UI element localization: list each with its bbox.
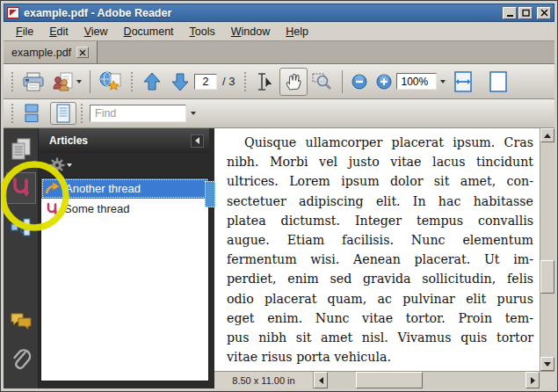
- chevron-down-icon: [67, 163, 72, 167]
- single-page-view-icon: [54, 104, 73, 123]
- select-tool-button[interactable]: [251, 68, 279, 96]
- toolbar-grip[interactable]: [80, 103, 84, 124]
- horizontal-scrollbar[interactable]: [313, 372, 540, 388]
- pages-icon: [11, 138, 32, 161]
- chevron-down-icon[interactable]: [440, 80, 446, 83]
- triangle-down-icon: [544, 362, 551, 367]
- comments-panel-button[interactable]: [6, 306, 36, 338]
- maximize-button[interactable]: [518, 7, 533, 19]
- tab-example-pdf[interactable]: example.pdf: [4, 41, 98, 63]
- hand-tool-button[interactable]: [279, 68, 308, 96]
- articles-icon: [10, 176, 33, 200]
- menu-edit[interactable]: Edit: [42, 24, 76, 40]
- fit-width-button[interactable]: [449, 68, 477, 96]
- layers-icon: [11, 217, 32, 236]
- window-title: example.pdf - Adobe Reader: [24, 7, 503, 19]
- page-size-label: 8.50 x 11.00 in: [214, 372, 313, 388]
- thread-arrow-icon: [46, 182, 60, 196]
- gear-icon: [49, 157, 65, 173]
- document-text-line: nibh. Morbi vel justo vitae lacus tincid…: [227, 152, 533, 171]
- collaborate-icon: [52, 71, 75, 92]
- select-tool-icon: [255, 71, 276, 92]
- single-page-button[interactable]: [484, 68, 512, 96]
- navigation-icon-bar: [4, 128, 39, 388]
- vertical-scroll-thumb[interactable]: [540, 260, 554, 294]
- thread-item-some-thread[interactable]: Some thread: [41, 199, 208, 219]
- main-toolbar: / 3: [4, 64, 554, 99]
- scroll-left-button[interactable]: [314, 372, 328, 388]
- vertical-scrollbar[interactable]: [540, 128, 554, 371]
- hand-tool-icon: [283, 71, 304, 92]
- minimize-icon: [506, 10, 514, 17]
- thread-list: Another thread Some thread: [40, 178, 209, 381]
- pdf-app-icon: [7, 7, 19, 18]
- zoom-out-button[interactable]: [347, 70, 372, 93]
- document-text-line: fermentum wisi. Aenean placerat. Ut im-: [227, 250, 533, 269]
- single-page-view-button[interactable]: [50, 102, 76, 125]
- panel-splitter-handle[interactable]: [205, 181, 215, 207]
- triangle-up-icon: [544, 134, 551, 138]
- articles-panel-button[interactable]: [6, 172, 36, 204]
- menu-view[interactable]: View: [77, 24, 115, 40]
- scrollbar-corner: [540, 372, 554, 388]
- toolbar-grip[interactable]: [130, 71, 134, 92]
- menu-tools[interactable]: Tools: [183, 24, 222, 40]
- find-options-button[interactable]: [186, 105, 199, 122]
- menu-window[interactable]: Window: [224, 24, 277, 40]
- scrolling-pages-button[interactable]: [18, 102, 45, 125]
- thread-item-another-thread[interactable]: Another thread: [41, 178, 208, 199]
- tab-close-button[interactable]: [76, 47, 89, 58]
- zoom-in-button[interactable]: [372, 70, 396, 93]
- articles-panel-header: Articles: [39, 128, 209, 153]
- close-icon: [540, 9, 548, 17]
- page-number-input[interactable]: [194, 74, 217, 90]
- collapse-panel-button[interactable]: [191, 134, 204, 148]
- layers-panel-button[interactable]: [6, 211, 36, 243]
- previous-page-button[interactable]: [138, 68, 166, 96]
- status-bar: 8.50 x 11.00 in: [214, 371, 554, 388]
- arrow-down-icon: [170, 71, 191, 92]
- menu-file[interactable]: File: [9, 24, 40, 40]
- document-text-line: sectetuer adipiscing elit. In hac habita…: [227, 192, 533, 211]
- document-text-line: augue. Etiam facilisis. Nunc elementum: [227, 230, 533, 250]
- scrolling-pages-icon: [22, 104, 41, 123]
- vertical-scroll-track[interactable]: [540, 142, 554, 357]
- web-capture-button[interactable]: [95, 68, 127, 96]
- toolbar-grip[interactable]: [11, 71, 15, 92]
- menubar: File Edit View Document Tools Window Hel…: [4, 22, 554, 41]
- comments-icon: [10, 312, 33, 331]
- titlebar[interactable]: example.pdf - Adobe Reader: [4, 4, 554, 22]
- print-button[interactable]: [18, 68, 48, 96]
- toolbar-grip[interactable]: [11, 103, 15, 124]
- horizontal-scroll-track[interactable]: [328, 372, 525, 388]
- scroll-right-button[interactable]: [525, 372, 540, 388]
- attachments-panel-button[interactable]: [6, 345, 36, 376]
- document-text-line: odio placerat quam, ac pulvinar elit pur…: [227, 289, 533, 309]
- tab-label: example.pdf: [11, 47, 71, 59]
- pdf-page[interactable]: Quisque ullamcorper placerat ipsum. Cras…: [214, 128, 540, 371]
- menu-help[interactable]: Help: [279, 24, 315, 40]
- panel-options-button[interactable]: [46, 156, 76, 175]
- fit-width-icon: [453, 70, 474, 93]
- close-button[interactable]: [537, 7, 551, 19]
- scroll-up-button[interactable]: [540, 128, 554, 142]
- panel-options-bar: [39, 153, 209, 178]
- arrow-up-icon: [141, 71, 163, 92]
- minimize-button[interactable]: [503, 7, 517, 19]
- chevron-down-icon: [191, 112, 196, 115]
- document-text-line: Quisque ullamcorper placerat ipsum. Cras: [227, 133, 533, 152]
- horizontal-scroll-thumb[interactable]: [356, 372, 423, 388]
- pages-panel-button[interactable]: [6, 134, 36, 165]
- tab-bar: example.pdf: [4, 41, 554, 64]
- next-page-button[interactable]: [166, 68, 194, 96]
- collaborate-button[interactable]: [48, 68, 85, 96]
- menu-document[interactable]: Document: [117, 24, 181, 40]
- scroll-down-button[interactable]: [540, 357, 554, 371]
- zoom-level-input[interactable]: [396, 73, 437, 90]
- close-icon: [79, 49, 86, 56]
- toolbar-grip[interactable]: [243, 71, 248, 92]
- document-text-line: eget enim. Nunc vitae tortor. Proin tem-: [227, 309, 533, 328]
- marquee-zoom-button[interactable]: [308, 68, 337, 96]
- zoom-in-icon: [375, 73, 393, 91]
- find-input[interactable]: [90, 105, 186, 122]
